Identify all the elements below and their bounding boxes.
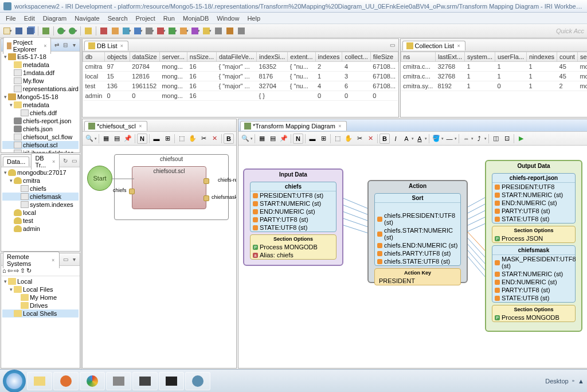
font-icon[interactable]: A xyxy=(401,134,412,144)
dist-icon[interactable]: ⊞ xyxy=(318,134,328,144)
dist-icon[interactable]: ⊞ xyxy=(162,134,173,144)
menu-monjadb[interactable]: MonjaDB xyxy=(179,14,213,23)
tool6-icon[interactable]: ▾ xyxy=(156,26,166,36)
refresh-icon[interactable]: ↻ xyxy=(26,267,32,275)
hide-icon[interactable]: ⊡ xyxy=(502,134,512,144)
field-row[interactable]: PARTY:UTF8 (st) xyxy=(251,215,336,224)
output-mask-box[interactable]: chiefsmask MASK_PRESIDENT:UTF8 (st)START… xyxy=(492,245,576,303)
menu-window[interactable]: Window xyxy=(213,14,243,23)
tree-node[interactable]: metadata xyxy=(2,61,79,69)
field-row[interactable]: END:NUMERIC (st) xyxy=(251,207,336,215)
table-row[interactable]: cmitra.c...3276811145mong...8176101601.0… xyxy=(401,72,587,81)
min-icon[interactable]: ▭ xyxy=(61,256,69,264)
field-row[interactable]: chiefs.END:NUMERIC (st) xyxy=(375,241,460,249)
delete-icon[interactable]: ✕ xyxy=(209,134,220,144)
column-header[interactable]: fileSize xyxy=(370,52,398,62)
tool2-icon[interactable] xyxy=(110,26,120,36)
column-header[interactable]: ns xyxy=(401,52,435,62)
hand-icon[interactable]: ✋ xyxy=(187,134,198,144)
tool5-icon[interactable]: ▾ xyxy=(144,26,155,36)
db-list-tab[interactable]: DB List× xyxy=(84,41,128,50)
tree-node[interactable]: ▾Local xyxy=(2,277,79,285)
menu-help[interactable]: Help xyxy=(243,14,264,23)
data-tab[interactable]: Data... xyxy=(3,156,29,166)
close-icon[interactable]: × xyxy=(138,123,143,129)
taskbar-firefox-icon[interactable] xyxy=(53,372,79,390)
input-data-group[interactable]: Input Data chiefs PRESIDENT:UTF8 (st)STA… xyxy=(243,168,343,266)
table-row[interactable]: cmitra.sy...81921012mong...02241.08192 xyxy=(401,81,587,91)
tree-node[interactable]: representations.aird xyxy=(2,85,79,93)
select-icon[interactable]: ⬚ xyxy=(332,134,343,144)
db-tree[interactable]: ▾mongodbu:27017▾cmitrachiefschiefsmasksy… xyxy=(1,167,80,251)
debug-icon[interactable]: ▾ xyxy=(56,26,66,36)
cut-icon[interactable]: ✂ xyxy=(354,134,365,144)
action-key-box[interactable]: Action Key PRESIDENT xyxy=(374,268,461,285)
port-mask[interactable] xyxy=(204,195,209,201)
zoom-icon[interactable]: 🔍 xyxy=(240,134,251,144)
column-header[interactable]: collect... xyxy=(342,52,370,62)
column-header[interactable]: indexes xyxy=(315,52,342,62)
column-header[interactable]: system... xyxy=(465,52,495,62)
action-sort-box[interactable]: Sort chiefs.PRESIDENT:UTF8 (st)chiefs.ST… xyxy=(374,193,461,266)
tree-node[interactable]: ▾metadata xyxy=(2,101,79,109)
field-row[interactable]: MASK_PRESIDENT:UTF8 (st) xyxy=(492,255,575,270)
save-all-icon[interactable] xyxy=(25,26,36,36)
tool9-icon[interactable]: ▾ xyxy=(190,26,201,36)
close-icon[interactable]: × xyxy=(52,159,56,164)
tool3-icon[interactable]: ▾ xyxy=(122,26,132,36)
remote-tree[interactable]: ▾Local▾Local FilesMy HomeDrivesLocal She… xyxy=(1,276,80,368)
fill-icon[interactable]: 🪣 xyxy=(431,134,441,144)
layers-icon[interactable]: ▤ xyxy=(112,134,122,144)
delete-icon[interactable]: ✕ xyxy=(365,134,375,144)
italic-icon[interactable]: I xyxy=(390,134,401,144)
menu-project[interactable]: Project xyxy=(132,14,159,23)
tree-node[interactable]: chiefs.ddf xyxy=(2,109,79,117)
collection-list-table[interactable]: nslastExt...system...userFla...nindexesc… xyxy=(401,52,587,91)
taskbar-terminal-icon[interactable] xyxy=(159,372,184,390)
tree-node[interactable]: system.indexes xyxy=(2,201,79,209)
menu-icon[interactable]: ▾ xyxy=(70,256,78,264)
link-icon[interactable]: ⊟ xyxy=(61,41,69,49)
column-header[interactable]: nindexes xyxy=(526,52,557,62)
table-row[interactable]: cmitra.c...3276811145mong...8176101601.0… xyxy=(401,62,587,72)
editor-tab-transform[interactable]: *Transform Mapping Diagram× xyxy=(240,121,347,131)
port-chiefs[interactable] xyxy=(129,189,135,194)
project-tree[interactable]: ▾Es5-17-18metadata1mdata.ddfMy.flowrepre… xyxy=(1,52,80,152)
field-row[interactable]: PARTY:UTF8 (st) xyxy=(492,207,575,215)
tree-node[interactable]: chiefs xyxy=(2,185,79,193)
show-desktop[interactable]: Desktop xyxy=(545,378,568,385)
tree-node[interactable]: ▾Mongo5-15-18 xyxy=(2,93,79,101)
chiefsout-scl-box[interactable]: chiefsout.scl chiefs-report.json chiefsm… xyxy=(132,166,206,209)
taskbar-explorer-icon[interactable] xyxy=(27,372,52,390)
tool8-icon[interactable]: ▾ xyxy=(179,26,189,36)
tree-node[interactable]: chiefsout_scl.flow xyxy=(2,133,79,141)
menu-search[interactable]: Search xyxy=(104,14,132,23)
hand-icon[interactable]: ✋ xyxy=(343,134,354,144)
tree-node[interactable]: ▾Local Files xyxy=(2,285,79,293)
fwd-icon[interactable]: ⇨ xyxy=(14,267,19,275)
field-row[interactable]: PRESIDENT:UTF8 (st) xyxy=(251,191,336,199)
line-style-icon[interactable]: ⎓ xyxy=(461,134,471,144)
field-row[interactable]: chiefs.STATE:UTF8 (st) xyxy=(375,257,460,265)
tool11-icon[interactable] xyxy=(213,26,224,36)
menu-file[interactable]: File xyxy=(2,14,20,23)
transform-canvas[interactable]: Input Data chiefs PRESIDENT:UTF8 (st)STA… xyxy=(238,146,587,368)
table-row[interactable]: cmitra9720784mong...16{ "major" ...16352… xyxy=(83,62,398,72)
field-row[interactable]: STATE:UTF8 (st) xyxy=(492,294,575,302)
align-icon[interactable]: ▬ xyxy=(151,134,162,144)
output-report-section[interactable]: Section Options PProcess JSON xyxy=(492,226,576,243)
save-icon[interactable] xyxy=(14,26,24,36)
tree-node[interactable]: ▾mongodbu:27017 xyxy=(2,168,79,177)
field-row[interactable]: START:NUMERIC (st) xyxy=(492,191,575,199)
tree-node[interactable]: chiefs-report.json xyxy=(2,117,79,125)
back-icon[interactable]: ⇦ xyxy=(7,267,13,275)
start-button[interactable] xyxy=(3,370,26,393)
chiefsout-outer-box[interactable]: chiefsout chiefsout.scl chiefs-report.js… xyxy=(114,154,229,220)
router-icon[interactable]: ⤴ xyxy=(474,134,484,144)
tool10-icon[interactable]: ▾ xyxy=(202,26,212,36)
column-header[interactable]: indexSi... xyxy=(257,52,288,62)
column-header[interactable]: count xyxy=(557,52,578,62)
field-row[interactable]: END:NUMERIC (st) xyxy=(492,199,575,207)
menu-edit[interactable]: Edit xyxy=(20,14,39,23)
close-icon[interactable]: × xyxy=(337,123,343,129)
